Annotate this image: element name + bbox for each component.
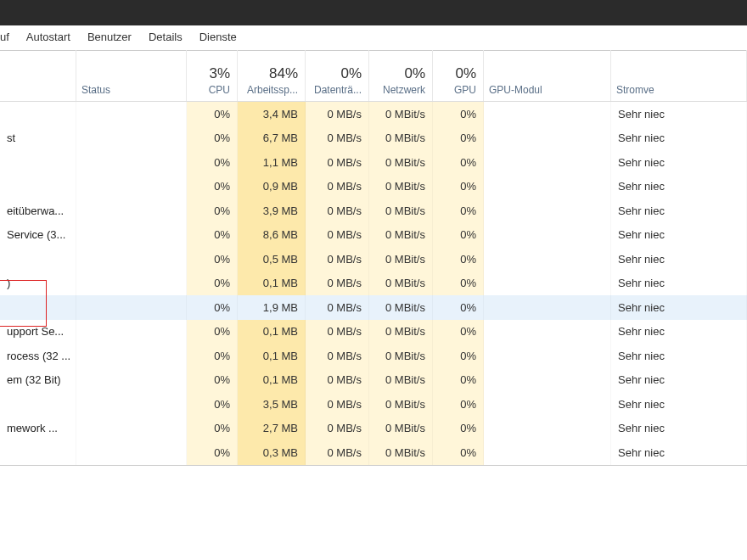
cell-cpu: 0% bbox=[187, 247, 238, 272]
cell-power: Sehr niec bbox=[611, 417, 747, 441]
cell-gpu-module bbox=[484, 417, 611, 441]
cell-cpu: 0% bbox=[187, 295, 238, 320]
cell-disk: 0 MB/s bbox=[306, 440, 369, 465]
tab-details[interactable]: Details bbox=[140, 25, 191, 50]
cell-network: 0 MBit/s bbox=[369, 175, 433, 199]
tab-bar: uf Autostart Benutzer Details Dienste bbox=[0, 25, 747, 51]
header-power[interactable]: Stromve bbox=[611, 50, 747, 101]
cell-status bbox=[76, 392, 187, 417]
cell-gpu: 0% bbox=[433, 102, 484, 126]
cell-name: st bbox=[0, 126, 76, 151]
cell-gpu: 0% bbox=[433, 440, 484, 465]
table-row[interactable]: eitüberwa...0%3,9 MB0 MB/s0 MBit/s0%Sehr… bbox=[0, 199, 747, 223]
cell-memory: 0,5 MB bbox=[238, 247, 306, 272]
header-cpu[interactable]: 3% CPU bbox=[187, 50, 238, 101]
cell-status bbox=[76, 175, 187, 199]
cell-status bbox=[76, 344, 187, 368]
table-row[interactable]: upport Se...0%0,1 MB0 MB/s0 MBit/s0%Sehr… bbox=[0, 320, 747, 344]
cell-disk: 0 MB/s bbox=[306, 150, 369, 175]
cell-disk: 0 MB/s bbox=[306, 102, 369, 126]
cell-network: 0 MBit/s bbox=[369, 320, 433, 344]
cell-name: Service (3... bbox=[0, 223, 76, 248]
table-row[interactable]: 0%0,3 MB0 MB/s0 MBit/s0%Sehr niec bbox=[0, 440, 747, 465]
cell-network: 0 MBit/s bbox=[369, 344, 433, 368]
header-name[interactable] bbox=[0, 50, 76, 101]
cell-disk: 0 MB/s bbox=[306, 175, 369, 199]
cell-gpu-module bbox=[484, 272, 611, 296]
cell-disk: 0 MB/s bbox=[306, 417, 369, 441]
header-cpu-pct: 3% bbox=[209, 65, 230, 82]
window-titlebar bbox=[0, 0, 747, 25]
table-row[interactable]: mework ...0%2,7 MB0 MB/s0 MBit/s0%Sehr n… bbox=[0, 417, 747, 441]
header-cpu-label: CPU bbox=[209, 84, 230, 96]
cell-name bbox=[0, 440, 76, 465]
cell-gpu-module bbox=[484, 102, 611, 126]
cell-disk: 0 MB/s bbox=[306, 223, 369, 248]
table-row[interactable]: Service (3...0%8,6 MB0 MB/s0 MBit/s0%Seh… bbox=[0, 223, 747, 248]
header-status-label: Status bbox=[81, 84, 110, 96]
cell-network: 0 MBit/s bbox=[369, 102, 433, 126]
cell-name: upport Se... bbox=[0, 320, 76, 344]
cell-power: Sehr niec bbox=[611, 199, 747, 223]
cell-cpu: 0% bbox=[187, 102, 238, 126]
table-row[interactable]: 0%1,1 MB0 MB/s0 MBit/s0%Sehr niec bbox=[0, 150, 747, 175]
table-row[interactable]: 0%0,5 MB0 MB/s0 MBit/s0%Sehr niec bbox=[0, 247, 747, 272]
table-row[interactable]: 0%0,9 MB0 MB/s0 MBit/s0%Sehr niec bbox=[0, 175, 747, 199]
cell-status bbox=[76, 368, 187, 393]
table-row[interactable]: )0%0,1 MB0 MB/s0 MBit/s0%Sehr niec bbox=[0, 272, 747, 296]
table-row[interactable]: em (32 Bit)0%0,1 MB0 MB/s0 MBit/s0%Sehr … bbox=[0, 368, 747, 393]
table-row[interactable]: 0%3,5 MB0 MB/s0 MBit/s0%Sehr niec bbox=[0, 392, 747, 417]
table-row[interactable]: 0%3,4 MB0 MB/s0 MBit/s0%Sehr niec bbox=[0, 102, 747, 126]
cell-power: Sehr niec bbox=[611, 150, 747, 175]
cell-power: Sehr niec bbox=[611, 126, 747, 151]
cell-cpu: 0% bbox=[187, 368, 238, 393]
cell-cpu: 0% bbox=[187, 417, 238, 441]
cell-gpu-module bbox=[484, 223, 611, 248]
table-row[interactable]: rocess (32 ...0%0,1 MB0 MB/s0 MBit/s0%Se… bbox=[0, 344, 747, 368]
table-row[interactable]: 0%1,9 MB0 MB/s0 MBit/s0%Sehr niec bbox=[0, 295, 747, 320]
tab-dienste[interactable]: Dienste bbox=[191, 25, 245, 50]
cell-status bbox=[76, 199, 187, 223]
cell-name: mework ... bbox=[0, 417, 76, 441]
cell-status bbox=[76, 440, 187, 465]
cell-gpu-module bbox=[484, 247, 611, 272]
tab-verlauf-partial[interactable]: uf bbox=[0, 25, 18, 50]
table-row[interactable]: st0%6,7 MB0 MB/s0 MBit/s0%Sehr niec bbox=[0, 126, 747, 151]
cell-gpu-module bbox=[484, 368, 611, 393]
cell-name bbox=[0, 150, 76, 175]
cell-memory: 6,7 MB bbox=[238, 126, 306, 151]
header-gpu[interactable]: 0% GPU bbox=[433, 50, 484, 101]
cell-status bbox=[76, 320, 187, 344]
cell-memory: 0,1 MB bbox=[238, 320, 306, 344]
header-gpu-module[interactable]: GPU-Modul bbox=[484, 50, 611, 101]
header-disk[interactable]: 0% Datenträ... bbox=[306, 50, 369, 101]
cell-memory: 0,1 MB bbox=[238, 368, 306, 393]
cell-gpu: 0% bbox=[433, 223, 484, 248]
cell-power: Sehr niec bbox=[611, 368, 747, 393]
cell-cpu: 0% bbox=[187, 150, 238, 175]
tab-benutzer[interactable]: Benutzer bbox=[79, 25, 140, 50]
cell-gpu: 0% bbox=[433, 272, 484, 296]
cell-gpu-module bbox=[484, 392, 611, 417]
header-memory-pct: 84% bbox=[269, 65, 298, 82]
tab-autostart[interactable]: Autostart bbox=[18, 25, 79, 50]
cell-power: Sehr niec bbox=[611, 320, 747, 344]
header-memory-label: Arbeitssp... bbox=[247, 84, 298, 96]
header-memory[interactable]: 84% Arbeitssp... bbox=[238, 50, 306, 101]
cell-gpu-module bbox=[484, 150, 611, 175]
header-status[interactable]: Status bbox=[76, 50, 187, 101]
cell-network: 0 MBit/s bbox=[369, 150, 433, 175]
header-network[interactable]: 0% Netzwerk bbox=[369, 50, 433, 101]
cell-status bbox=[76, 150, 187, 175]
cell-cpu: 0% bbox=[187, 199, 238, 223]
cell-status bbox=[76, 272, 187, 296]
cell-cpu: 0% bbox=[187, 440, 238, 465]
cell-gpu: 0% bbox=[433, 368, 484, 393]
header-gpu-label: GPU bbox=[454, 84, 476, 96]
cell-disk: 0 MB/s bbox=[306, 392, 369, 417]
cell-power: Sehr niec bbox=[611, 344, 747, 368]
cell-status bbox=[76, 102, 187, 126]
cell-gpu-module bbox=[484, 199, 611, 223]
process-table-body: 0%3,4 MB0 MB/s0 MBit/s0%Sehr niecst0%6,7… bbox=[0, 102, 747, 465]
cell-network: 0 MBit/s bbox=[369, 392, 433, 417]
